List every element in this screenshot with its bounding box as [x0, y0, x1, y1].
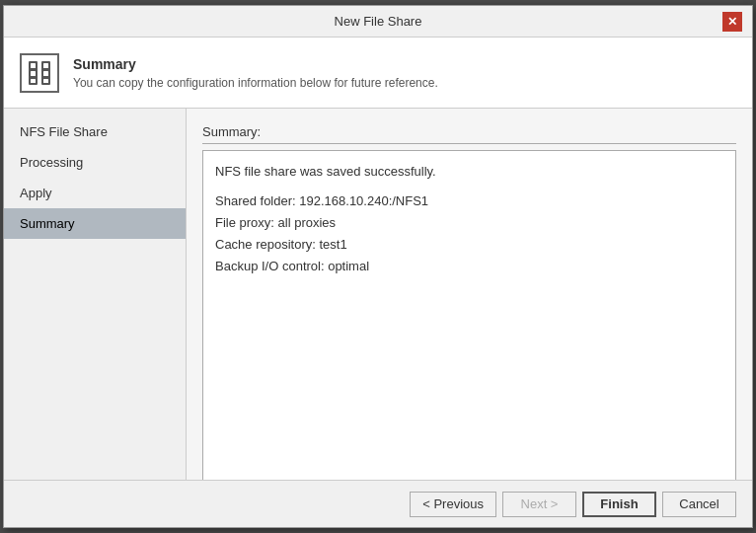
- finish-button[interactable]: Finish: [582, 492, 656, 517]
- summary-cache-repo: Cache repository: test1: [215, 234, 723, 256]
- header-description: You can copy the configuration informati…: [73, 76, 438, 90]
- header-section: Summary You can copy the configuration i…: [4, 38, 752, 109]
- file-share-icon: [26, 59, 53, 87]
- summary-file-proxy: File proxy: all proxies: [215, 212, 723, 234]
- dialog-title: New File Share: [34, 14, 722, 29]
- sidebar: NFS File Share Processing Apply Summary: [4, 109, 187, 480]
- footer: < Previous Next > Finish Cancel: [4, 480, 752, 527]
- svg-rect-5: [43, 71, 48, 76]
- summary-backup-io: Backup I/O control: optimal: [215, 256, 723, 277]
- cancel-button[interactable]: Cancel: [662, 492, 736, 517]
- previous-button[interactable]: < Previous: [410, 492, 496, 517]
- summary-box: NFS file share was saved successfully. S…: [202, 150, 736, 480]
- summary-label: Summary:: [202, 124, 736, 144]
- header-icon-container: [20, 53, 59, 93]
- header-title: Summary: [73, 56, 438, 72]
- sidebar-item-apply[interactable]: Apply: [4, 178, 186, 208]
- close-button[interactable]: ✕: [722, 12, 742, 32]
- sidebar-item-nfs-file-share[interactable]: NFS File Share: [4, 116, 186, 147]
- content-area: NFS File Share Processing Apply Summary …: [4, 109, 752, 480]
- summary-details: Shared folder: 192.168.10.240:/NFS1 File…: [215, 190, 723, 277]
- summary-shared-folder: Shared folder: 192.168.10.240:/NFS1: [215, 190, 723, 212]
- svg-rect-4: [31, 71, 36, 76]
- title-bar: New File Share ✕: [4, 6, 752, 38]
- summary-success: NFS file share was saved successfully.: [215, 161, 723, 183]
- svg-rect-3: [43, 63, 48, 68]
- sidebar-item-processing[interactable]: Processing: [4, 147, 186, 178]
- main-panel: Summary: NFS file share was saved succes…: [187, 109, 752, 480]
- sidebar-item-summary[interactable]: Summary: [4, 208, 186, 239]
- svg-rect-7: [43, 79, 48, 83]
- svg-rect-2: [31, 63, 36, 68]
- dialog: New File Share ✕ Summary You can copy th…: [3, 5, 753, 528]
- svg-rect-6: [31, 79, 36, 83]
- header-text: Summary You can copy the configuration i…: [73, 56, 438, 90]
- next-button[interactable]: Next >: [502, 492, 576, 517]
